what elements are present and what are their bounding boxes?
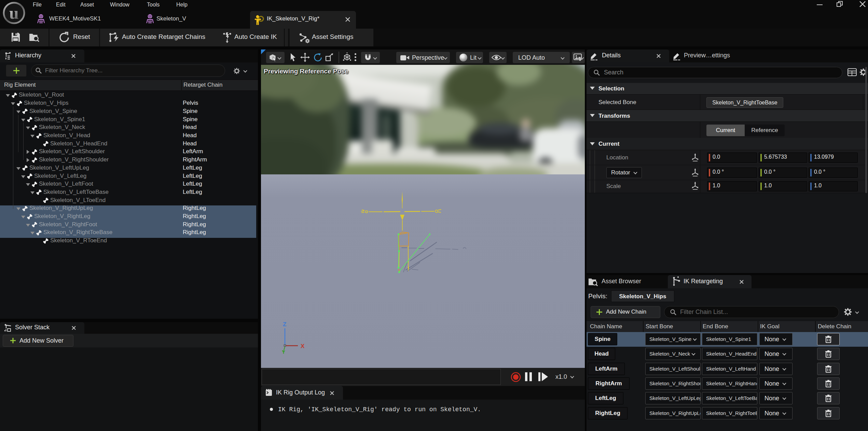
svg-text:u: u bbox=[9, 3, 19, 23]
svg-text:Y: Y bbox=[282, 349, 285, 354]
svg-text:Z: Z bbox=[283, 321, 286, 328]
svg-text:X: X bbox=[301, 343, 305, 349]
